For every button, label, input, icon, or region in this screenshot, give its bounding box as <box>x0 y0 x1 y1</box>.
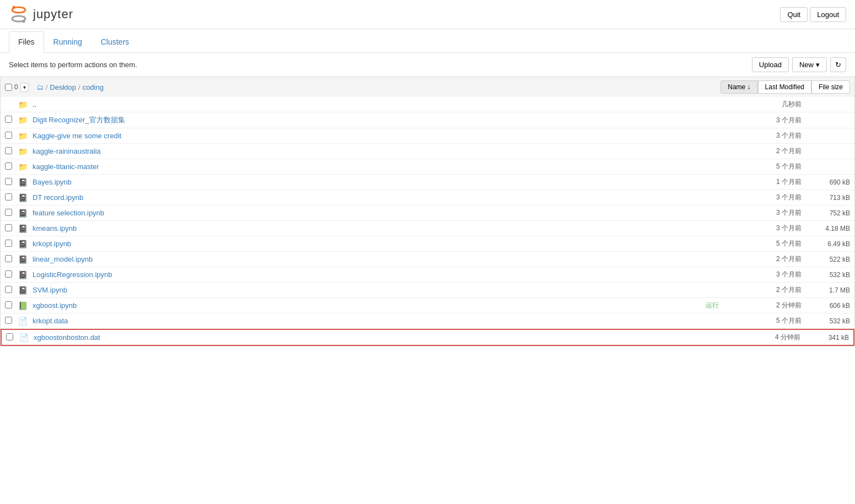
row-checkbox[interactable] <box>5 270 12 278</box>
notebook-icon: 📓 <box>18 224 29 233</box>
file-list: 📁 .. 几秒前 📁 Digit Recognizer_官方数据集 3 个月前 … <box>0 97 855 346</box>
list-item: 📓 Bayes.ipynb 1 个月前 690 kB <box>1 175 854 190</box>
row-checkbox[interactable] <box>5 224 12 231</box>
select-all-checkbox[interactable] <box>5 84 12 91</box>
sort-by-size-button[interactable]: File size <box>811 80 850 94</box>
breadcrumb-desktop[interactable]: Desktop <box>50 83 76 91</box>
row-checkbox[interactable] <box>6 333 13 340</box>
file-link[interactable]: Digit Recognizer_官方数据集 <box>33 115 723 125</box>
select-all-area: 0 ▾ <box>5 83 29 92</box>
breadcrumb-sep-2: / <box>78 83 80 91</box>
file-link[interactable]: feature selection.ipynb <box>33 209 723 217</box>
file-modified: 2 个月前 <box>723 254 806 264</box>
file-modified: 3 个月前 <box>723 270 806 279</box>
row-checkbox-area <box>6 333 19 342</box>
file-modified: 3 个月前 <box>723 131 806 140</box>
file-modified: 3 个月前 <box>723 208 806 218</box>
file-link[interactable]: krkopt.data <box>33 317 723 325</box>
header-buttons: Quit Logout <box>780 7 846 22</box>
file-modified: 5 个月前 <box>723 162 806 171</box>
select-dropdown-icon[interactable]: ▾ <box>20 83 29 92</box>
file-modified: 2 个月前 <box>723 147 806 156</box>
file-link[interactable]: SVM.ipynb <box>33 286 723 294</box>
file-size: 532 kB <box>806 317 850 325</box>
file-list-header: 0 ▾ 🗂 / Desktop / coding Name ↓ Last Mod… <box>0 77 855 97</box>
breadcrumb-sep-1: / <box>46 83 48 91</box>
row-checkbox[interactable] <box>5 255 12 262</box>
row-checkbox[interactable] <box>5 147 12 154</box>
row-checkbox-area <box>5 224 18 233</box>
file-link[interactable]: kaggle-raininaustralia <box>33 147 723 155</box>
select-hint: Select items to perform actions on them. <box>9 61 137 69</box>
file-modified: 2 分钟前 <box>723 301 806 310</box>
svg-point-2 <box>13 6 15 9</box>
svg-point-3 <box>23 20 25 23</box>
list-item: 📄 xgboostonboston.dat 4 分钟前 341 kB <box>1 329 854 346</box>
quit-button[interactable]: Quit <box>780 7 808 22</box>
tab-files[interactable]: Files <box>9 31 44 53</box>
notebook-icon: 📓 <box>18 240 29 248</box>
folder-icon: 📁 <box>18 100 29 109</box>
toolbar: Select items to perform actions on them.… <box>0 53 855 77</box>
row-checkbox[interactable] <box>5 193 12 200</box>
list-item: 📓 LogisticRegression.ipynb 3 个月前 532 kB <box>1 267 854 283</box>
file-size: 752 kB <box>806 209 850 217</box>
row-checkbox[interactable] <box>5 301 12 308</box>
list-item: 📄 krkopt.data 5 个月前 532 kB <box>1 313 854 329</box>
breadcrumb-coding[interactable]: coding <box>83 83 104 91</box>
row-checkbox-area <box>5 116 18 124</box>
row-checkbox-area <box>5 132 18 140</box>
row-checkbox-area <box>5 209 18 218</box>
breadcrumb-home-icon[interactable]: 🗂 <box>36 83 44 91</box>
list-item: 📁 kaggle-titanic-master 5 个月前 <box>1 159 854 175</box>
file-modified: 3 个月前 <box>723 116 806 125</box>
row-checkbox-area <box>5 162 18 171</box>
new-button[interactable]: New ▾ <box>792 57 827 72</box>
file-link[interactable]: Bayes.ipynb <box>33 178 723 186</box>
row-checkbox[interactable] <box>5 116 12 123</box>
file-modified: 5 个月前 <box>723 239 806 248</box>
tab-clusters[interactable]: Clusters <box>92 31 138 52</box>
file-modified: 几秒前 <box>723 100 806 109</box>
folder-icon: 📁 <box>18 132 29 140</box>
row-checkbox[interactable] <box>5 317 12 324</box>
list-item: 📓 feature selection.ipynb 3 个月前 752 kB <box>1 205 854 221</box>
tab-running[interactable]: Running <box>44 31 92 52</box>
upload-button[interactable]: Upload <box>752 57 789 72</box>
notebook-icon: 📓 <box>18 193 29 202</box>
selected-count: 0 <box>14 83 18 91</box>
row-checkbox[interactable] <box>5 162 12 170</box>
row-checkbox-area <box>5 286 18 295</box>
refresh-button[interactable]: ↻ <box>830 57 846 72</box>
file-link[interactable]: .. <box>33 100 723 109</box>
folder-icon: 📁 <box>18 116 29 124</box>
sort-by-modified-button[interactable]: Last Modified <box>758 80 811 94</box>
file-modified: 2 个月前 <box>723 285 806 295</box>
file-link[interactable]: kaggle-titanic-master <box>33 162 723 171</box>
file-link[interactable]: LogisticRegression.ipynb <box>33 270 723 279</box>
list-item: 📓 krkopt.ipynb 5 个月前 6.49 kB <box>1 236 854 252</box>
row-checkbox[interactable] <box>5 240 12 247</box>
row-checkbox-area <box>5 178 18 187</box>
file-link[interactable]: linear_model.ipynb <box>33 255 723 263</box>
row-checkbox-area <box>5 255 18 264</box>
notebook-icon: 📓 <box>18 178 29 187</box>
row-checkbox[interactable] <box>5 209 12 216</box>
logout-button[interactable]: Logout <box>810 7 846 22</box>
file-link[interactable]: xgboost.ipynb <box>33 301 706 310</box>
file-link[interactable]: Kaggle-give me some credit <box>33 132 723 140</box>
jupyter-logo-icon <box>9 4 29 24</box>
file-link[interactable]: xgboostonboston.dat <box>34 333 722 342</box>
file-link[interactable]: kmeans.ipynb <box>33 224 723 232</box>
sort-by-name-button[interactable]: Name ↓ <box>720 80 757 94</box>
file-list-header-left: 0 ▾ 🗂 / Desktop / coding <box>5 83 720 92</box>
notebook-icon: 📓 <box>18 255 29 264</box>
row-checkbox[interactable] <box>5 178 12 185</box>
file-link[interactable]: krkopt.ipynb <box>33 240 723 248</box>
row-checkbox-area <box>5 240 18 248</box>
row-checkbox[interactable] <box>5 132 12 139</box>
row-checkbox[interactable] <box>5 286 12 293</box>
file-link[interactable]: DT record.ipynb <box>33 193 723 202</box>
list-item: 📓 SVM.ipynb 2 个月前 1.7 MB <box>1 283 854 298</box>
list-item: 📓 kmeans.ipynb 3 个月前 4.18 MB <box>1 221 854 236</box>
